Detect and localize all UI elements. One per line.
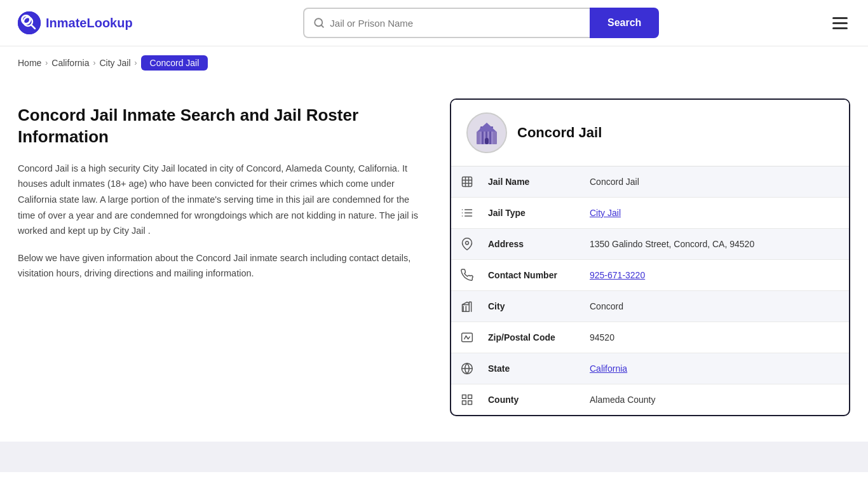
info-row-state: State California [451, 353, 849, 384]
address-value: 1350 Galindo Street, Concord, CA, 94520 [585, 230, 849, 258]
jail-type-label: Jail Type [483, 199, 585, 227]
main-content: Concord Jail Inmate Search and Jail Rost… [0, 79, 868, 442]
contact-value: 925-671-3220 [585, 261, 849, 289]
contact-icon [451, 260, 483, 290]
jail-avatar [466, 112, 507, 153]
page-description-1: Concord Jail is a high security City Jai… [18, 161, 424, 239]
site-header: InmateLookup Search [0, 0, 868, 46]
page-description-2: Below we have given information about th… [18, 250, 424, 281]
breadcrumb-home[interactable]: Home [18, 58, 41, 68]
info-row-address: Address 1350 Galindo Street, Concord, CA… [451, 229, 849, 260]
svg-rect-25 [463, 395, 466, 399]
breadcrumb-city-jail[interactable]: City Jail [100, 58, 131, 68]
jail-name-label: Jail Name [483, 168, 585, 196]
breadcrumb-current: Concord Jail [141, 55, 208, 71]
contact-phone-link[interactable]: 925-671-3220 [590, 270, 645, 280]
info-row-zip: Zip/Postal Code 94520 [451, 322, 849, 353]
search-input[interactable] [330, 18, 581, 29]
city-icon [451, 291, 483, 322]
zip-label: Zip/Postal Code [483, 323, 585, 351]
logo-link[interactable]: InmateLookup [18, 11, 133, 34]
jail-card-header: Concord Jail [451, 100, 849, 166]
svg-line-4 [322, 25, 323, 27]
zip-value: 94520 [585, 323, 849, 351]
county-value: Alameda County [585, 386, 849, 414]
search-icon [313, 17, 325, 29]
hamburger-line-2 [832, 22, 848, 24]
search-area: Search [303, 8, 659, 38]
jail-building-icon [468, 114, 506, 152]
jail-name-value: Concord Jail [585, 168, 849, 196]
hamburger-line-3 [832, 27, 848, 29]
info-row-jail-type: Jail Type City Jail [451, 198, 849, 229]
svg-point-0 [18, 11, 41, 34]
info-row-contact: Contact Number 925-671-3220 [451, 260, 849, 291]
jail-info-table: Jail Name Concord Jail Jail Type City Ja… [451, 166, 849, 415]
state-label: State [483, 355, 585, 383]
jail-card-name: Concord Jail [517, 125, 602, 141]
jail-name-icon [451, 166, 483, 197]
zip-icon [451, 322, 483, 353]
breadcrumb: Home › California › City Jail › Concord … [0, 46, 868, 79]
jail-type-icon [451, 198, 483, 228]
svg-rect-14 [463, 177, 472, 187]
svg-point-21 [466, 241, 469, 245]
svg-rect-27 [463, 401, 466, 405]
breadcrumb-california[interactable]: California [51, 58, 89, 68]
info-row-city: City Concord [451, 291, 849, 322]
breadcrumb-sep-3: › [135, 58, 137, 67]
county-label: County [483, 386, 585, 414]
svg-rect-13 [485, 138, 489, 144]
state-link[interactable]: California [590, 363, 627, 374]
state-value: California [585, 355, 849, 383]
search-box [303, 8, 590, 38]
jail-card: Concord Jail Jail Name Concord Jail [450, 98, 850, 416]
city-label: City [483, 292, 585, 320]
svg-rect-28 [468, 401, 472, 405]
city-value: Concord [585, 292, 849, 320]
jail-type-value: City Jail [585, 199, 849, 227]
page-title: Concord Jail Inmate Search and Jail Rost… [18, 105, 424, 148]
right-panel: Concord Jail Jail Name Concord Jail [450, 98, 850, 416]
footer-bar [0, 442, 868, 472]
breadcrumb-sep-1: › [45, 58, 48, 67]
breadcrumb-sep-2: › [93, 58, 96, 67]
address-label: Address [483, 230, 585, 258]
hamburger-menu[interactable] [830, 15, 850, 32]
state-icon [451, 353, 483, 384]
left-panel: Concord Jail Inmate Search and Jail Rost… [18, 98, 424, 416]
info-row-county: County Alameda County [451, 384, 849, 415]
logo-icon [18, 11, 41, 34]
search-button[interactable]: Search [590, 8, 659, 38]
jail-type-link[interactable]: City Jail [590, 208, 621, 218]
info-row-jail-name: Jail Name Concord Jail [451, 166, 849, 198]
logo-text: InmateLookup [46, 16, 133, 30]
county-icon [451, 384, 483, 415]
svg-rect-26 [468, 395, 472, 399]
address-icon [451, 229, 483, 259]
contact-label: Contact Number [483, 261, 585, 289]
hamburger-line-1 [832, 17, 848, 19]
